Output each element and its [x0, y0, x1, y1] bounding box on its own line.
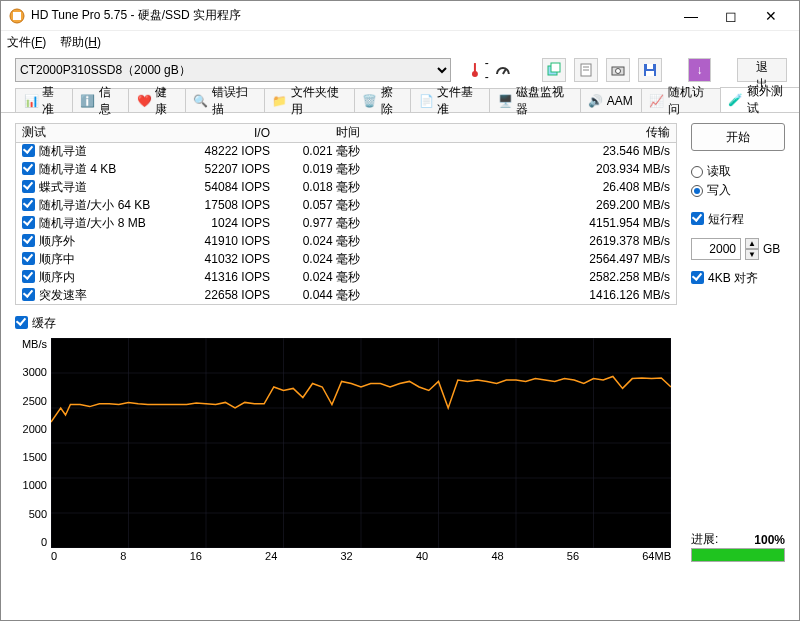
checkbox-icon: [22, 198, 35, 211]
table-row: 顺序中41032 IOPS0.024 毫秒2564.497 MB/s: [16, 250, 676, 268]
tab-randomaccess[interactable]: 📈随机访问: [641, 88, 721, 112]
table-row: 顺序内41316 IOPS0.024 毫秒2582.258 MB/s: [16, 268, 676, 286]
checkbox-icon: [22, 216, 35, 229]
table-row: 突发速率22658 IOPS0.044 毫秒1416.126 MB/s: [16, 286, 676, 304]
spin-up-button[interactable]: ▲: [745, 238, 759, 249]
checkbox-icon: [22, 234, 35, 247]
random-icon: 📈: [650, 94, 664, 108]
col-test[interactable]: 测试: [16, 124, 186, 142]
tab-errorscan[interactable]: 🔍错误扫描: [185, 88, 265, 112]
copy-info-button[interactable]: [574, 58, 598, 82]
maximize-button[interactable]: ◻: [711, 2, 751, 30]
table-row: 随机寻道48222 IOPS0.021 毫秒23.546 MB/s: [16, 142, 676, 160]
tab-erase[interactable]: 🗑️擦除: [354, 88, 412, 112]
trash-icon: 🗑️: [363, 94, 377, 108]
tab-aam[interactable]: 🔊AAM: [580, 88, 642, 112]
svg-line-4: [503, 69, 506, 74]
screenshot-button[interactable]: [606, 58, 630, 82]
monitor-icon: 🖥️: [498, 94, 512, 108]
chart-area: [51, 338, 671, 548]
options-button[interactable]: ↓: [688, 58, 712, 82]
col-io[interactable]: I/O: [186, 124, 276, 142]
progress-value: 100%: [754, 533, 785, 547]
chart-x-axis: 0816243240485664MB: [51, 550, 671, 562]
svg-point-3: [472, 71, 478, 77]
checkbox-icon: [691, 212, 704, 225]
extra-icon: 🧪: [729, 93, 743, 107]
svg-rect-13: [646, 71, 654, 76]
svg-rect-1: [13, 12, 21, 20]
svg-rect-6: [551, 63, 560, 72]
col-time[interactable]: 时间: [276, 124, 366, 142]
svg-rect-14: [647, 64, 653, 69]
copy-screenshot-button[interactable]: [542, 58, 566, 82]
device-select[interactable]: CT2000P310SSD8（2000 gB）: [15, 58, 451, 82]
close-button[interactable]: ✕: [751, 2, 791, 30]
radio-icon: [691, 185, 703, 197]
cache-checkbox-row[interactable]: 缓存: [15, 315, 677, 332]
temperature-display: --: [467, 56, 511, 84]
device-toolbar: CT2000P310SSD8（2000 gB） -- ↓ 退出: [1, 53, 799, 87]
main-panel: 测试 I/O 时间 传输 随机寻道48222 IOPS0.021 毫秒23.54…: [1, 113, 799, 572]
exit-button[interactable]: 退出: [737, 58, 787, 82]
menu-bar: 文件(F) 帮助(H): [1, 31, 799, 53]
radio-read[interactable]: 读取: [691, 163, 785, 180]
progress-bar: [691, 548, 785, 562]
window-title: HD Tune Pro 5.75 - 硬盘/SSD 实用程序: [31, 7, 671, 24]
col-xfer[interactable]: 传输: [366, 124, 676, 142]
radio-icon: [691, 166, 703, 178]
results-table: 测试 I/O 时间 传输 随机寻道48222 IOPS0.021 毫秒23.54…: [15, 123, 677, 305]
table-row: 随机寻道/大小 8 MB1024 IOPS0.977 毫秒4151.954 MB…: [16, 214, 676, 232]
thermometer-icon: [467, 62, 483, 78]
chart-canvas: [51, 338, 671, 548]
checkbox-icon: [22, 180, 35, 193]
svg-point-11: [615, 69, 620, 74]
save-button[interactable]: [638, 58, 662, 82]
tab-benchmark[interactable]: 📊基准: [15, 88, 73, 112]
app-icon: [9, 8, 25, 24]
tab-extratests[interactable]: 🧪额外测试: [720, 87, 800, 112]
align-4kb-checkbox[interactable]: 4KB 对齐: [691, 270, 785, 287]
checkbox-icon: [15, 316, 28, 329]
tab-filebench[interactable]: 📄文件基准: [410, 88, 490, 112]
menu-help[interactable]: 帮助(H): [60, 34, 101, 51]
table-row: 随机寻道 4 KB52207 IOPS0.019 毫秒203.934 MB/s: [16, 160, 676, 178]
table-row: 顺序外41910 IOPS0.024 毫秒2619.378 MB/s: [16, 232, 676, 250]
short-stroke-unit: GB: [763, 242, 780, 256]
file-icon: 📄: [419, 94, 433, 108]
folder-icon: 📁: [273, 94, 287, 108]
tab-diskmonitor[interactable]: 🖥️磁盘监视器: [489, 88, 580, 112]
table-row: 随机寻道/大小 64 KB17508 IOPS0.057 毫秒269.200 M…: [16, 196, 676, 214]
gauge-icon: 📊: [24, 94, 38, 108]
title-bar: HD Tune Pro 5.75 - 硬盘/SSD 实用程序 ― ◻ ✕: [1, 1, 799, 31]
info-icon: ℹ️: [81, 94, 95, 108]
tab-health[interactable]: ❤️健康: [128, 88, 186, 112]
spin-down-button[interactable]: ▼: [745, 249, 759, 260]
checkbox-icon: [22, 270, 35, 283]
checkbox-icon: [22, 144, 35, 157]
checkbox-icon: [691, 271, 704, 284]
tab-info[interactable]: ℹ️信息: [72, 88, 130, 112]
table-row: 蝶式寻道54084 IOPS0.018 毫秒26.408 MB/s: [16, 178, 676, 196]
checkbox-icon: [22, 252, 35, 265]
health-icon: ❤️: [137, 94, 151, 108]
start-button[interactable]: 开始: [691, 123, 785, 151]
progress-label: 进展:: [691, 531, 718, 548]
tab-bar: 📊基准 ℹ️信息 ❤️健康 🔍错误扫描 📁文件夹使用 🗑️擦除 📄文件基准 🖥️…: [1, 87, 799, 113]
checkbox-icon: [22, 288, 35, 301]
short-stroke-input[interactable]: [691, 238, 741, 260]
speaker-icon: 🔊: [589, 94, 603, 108]
short-stroke-checkbox[interactable]: 短行程: [691, 211, 785, 228]
menu-file[interactable]: 文件(F): [7, 34, 46, 51]
checkbox-icon: [22, 162, 35, 175]
search-icon: 🔍: [194, 94, 208, 108]
minimize-button[interactable]: ―: [671, 2, 711, 30]
chart-y-axis: MB/s300025002000150010005000: [15, 338, 51, 548]
gauge-icon: [495, 62, 511, 78]
radio-write[interactable]: 写入: [691, 182, 785, 199]
tab-folderusage[interactable]: 📁文件夹使用: [264, 88, 355, 112]
